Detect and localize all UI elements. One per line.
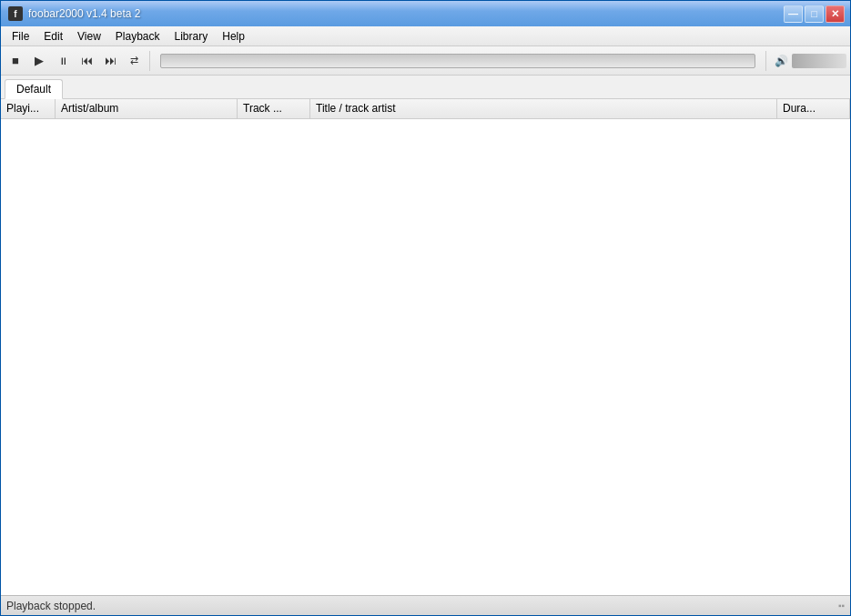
- toolbar-separator-2: [765, 51, 766, 71]
- title-bar-buttons: — □ ✕: [784, 5, 845, 23]
- next-button[interactable]: ⏭: [99, 50, 121, 72]
- toolbar: ■ ▶ ⏸ ⏮ ⏭ ⇄ 🔊: [1, 46, 850, 76]
- maximize-button[interactable]: □: [805, 5, 824, 23]
- col-header-artist[interactable]: Artist/album: [56, 99, 238, 118]
- menu-bar: File Edit View Playback Library Help: [1, 26, 850, 46]
- window-title: foobar2000 v1.4 beta 2: [28, 7, 140, 20]
- toolbar-separator-1: [149, 51, 150, 71]
- status-bar: Playback stopped. ▪▪: [1, 595, 850, 615]
- status-text: Playback stopped.: [6, 600, 96, 612]
- menu-edit[interactable]: Edit: [36, 28, 70, 45]
- seek-bar-area: [160, 54, 755, 68]
- col-header-track[interactable]: Track ...: [238, 99, 310, 118]
- random-button[interactable]: ⇄: [123, 50, 145, 72]
- volume-area: 🔊: [775, 54, 846, 68]
- volume-icon: 🔊: [775, 55, 788, 67]
- col-header-duration[interactable]: Dura...: [777, 99, 850, 118]
- app-icon: f: [8, 6, 23, 21]
- pause-button[interactable]: ⏸: [52, 50, 74, 72]
- menu-help[interactable]: Help: [215, 28, 252, 45]
- tab-bar: Default: [1, 76, 850, 99]
- menu-view[interactable]: View: [70, 28, 108, 45]
- title-bar-left: f foobar2000 v1.4 beta 2: [8, 6, 140, 21]
- volume-slider[interactable]: [792, 54, 846, 68]
- play-button[interactable]: ▶: [28, 50, 50, 72]
- col-header-title[interactable]: Title / track artist: [310, 99, 777, 118]
- stop-button[interactable]: ■: [5, 50, 26, 72]
- menu-library[interactable]: Library: [167, 28, 216, 45]
- minimize-button[interactable]: —: [784, 5, 803, 23]
- status-corner: ▪▪: [838, 601, 845, 611]
- playlist-area: Playi... Artist/album Track ... Title / …: [1, 99, 850, 595]
- prev-button[interactable]: ⏮: [76, 50, 97, 72]
- menu-playback[interactable]: Playback: [108, 28, 167, 45]
- seek-bar[interactable]: [160, 54, 755, 68]
- tab-default[interactable]: Default: [5, 79, 63, 99]
- playlist-body: [1, 119, 850, 595]
- playlist-header: Playi... Artist/album Track ... Title / …: [1, 99, 850, 119]
- title-bar: f foobar2000 v1.4 beta 2 — □ ✕: [1, 1, 850, 26]
- col-header-playing[interactable]: Playi...: [1, 99, 56, 118]
- menu-file[interactable]: File: [5, 28, 36, 45]
- app-window: f foobar2000 v1.4 beta 2 — □ ✕ File Edit…: [0, 0, 851, 616]
- close-button[interactable]: ✕: [826, 5, 845, 23]
